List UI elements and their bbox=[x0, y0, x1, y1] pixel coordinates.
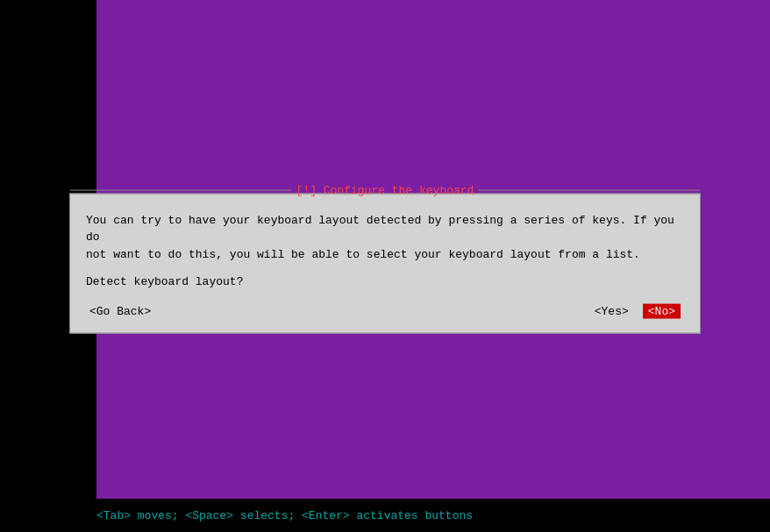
configure-keyboard-dialog: [!] Configure the keyboard You can try t… bbox=[69, 193, 701, 334]
dialog-title: [!] Configure the keyboard bbox=[291, 183, 480, 196]
status-bar-text: <Tab> moves; <Space> selects; <Enter> ac… bbox=[96, 509, 473, 522]
title-line-right bbox=[479, 189, 700, 190]
right-buttons-group: <Yes> <No> bbox=[595, 304, 681, 319]
dialog-body: You can try to have your keyboard layout… bbox=[70, 194, 700, 333]
status-bar: <Tab> moves; <Space> selects; <Enter> ac… bbox=[0, 499, 770, 532]
go-back-button[interactable]: <Go Back> bbox=[89, 305, 151, 318]
dialog-wrapper: [!] Configure the keyboard You can try t… bbox=[69, 193, 701, 334]
no-button[interactable]: <No> bbox=[643, 304, 681, 319]
dialog-title-bar: [!] Configure the keyboard bbox=[70, 183, 700, 196]
dialog-message: You can try to have your keyboard layout… bbox=[86, 211, 684, 263]
dialog-buttons: <Go Back> <Yes> <No> bbox=[86, 304, 684, 319]
title-line-left bbox=[70, 189, 291, 190]
yes-button[interactable]: <Yes> bbox=[595, 305, 629, 318]
dialog-question: Detect keyboard layout? bbox=[86, 275, 684, 288]
